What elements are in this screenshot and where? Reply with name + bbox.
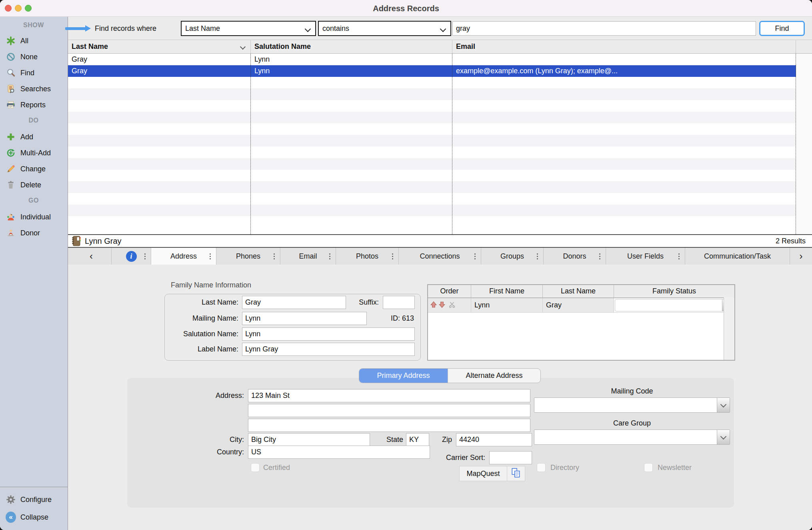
column-divider[interactable]	[250, 54, 251, 234]
salutation-name-field[interactable]: Lynn	[242, 327, 415, 341]
drag-dots-icon	[537, 256, 538, 257]
saved-search-icon	[6, 84, 16, 94]
tab-connections[interactable]: Connections	[399, 248, 481, 265]
sidebar-section-do: DO	[0, 117, 67, 124]
mapquest-button[interactable]: MapQuest	[460, 466, 507, 481]
sidebar-section-go: GO	[0, 197, 67, 204]
certified-checkbox[interactable]	[251, 463, 260, 472]
suffix-field[interactable]	[383, 296, 415, 309]
tabs-scroll-forward-button[interactable]: ›	[790, 248, 812, 265]
sidebar-item-donor[interactable]: Donor	[0, 227, 67, 239]
alternate-address-tab[interactable]: Alternate Address	[448, 369, 540, 383]
results-scrollbar-track[interactable]	[796, 54, 812, 234]
sidebar-item-label: Collapse	[20, 513, 48, 522]
record-name: Lynn Gray	[85, 237, 122, 246]
magnifier-icon	[6, 68, 16, 78]
address-line1-field[interactable]: 123 Main St	[248, 389, 530, 402]
sidebar-item-label: None	[20, 53, 38, 61]
sidebar-item-change[interactable]: Change	[0, 163, 67, 175]
column-header-last-name[interactable]: Last Name	[68, 40, 251, 54]
chevron-left-icon: ‹	[90, 251, 93, 262]
country-field[interactable]: US	[248, 446, 430, 459]
sidebar-item-individual[interactable]: Individual	[0, 211, 67, 223]
column-divider[interactable]	[452, 54, 452, 234]
sidebar-item-label: All	[20, 37, 28, 45]
table-row[interactable]: Gray Lynn	[68, 54, 796, 65]
address-line2-field[interactable]	[248, 404, 530, 417]
tab-groups[interactable]: Groups	[481, 248, 544, 265]
zip-field[interactable]: 44240	[456, 433, 532, 446]
sidebar-item-find[interactable]: Find	[0, 67, 67, 78]
chevron-down-icon	[305, 26, 311, 32]
label-name-field[interactable]: Lynn Gray	[242, 343, 415, 356]
tab-info[interactable]: i	[112, 248, 151, 265]
family-members-table: Order First Name Last Name Family Status…	[427, 284, 735, 361]
table-row-selected[interactable]: Gray Lynn example@example.com (Lynn Gray…	[68, 65, 796, 77]
cut-member-icon[interactable]	[448, 301, 456, 310]
directory-checkbox[interactable]	[537, 463, 546, 472]
tabs-scroll-back-button[interactable]: ‹	[71, 248, 112, 265]
sidebar-item-configure[interactable]: Configure	[0, 494, 67, 505]
collapse-chevrons-icon: «	[6, 512, 16, 522]
column-divider[interactable]	[796, 54, 796, 234]
operator-select[interactable]: contains	[318, 21, 451, 36]
tab-photos[interactable]: Photos	[336, 248, 399, 265]
tab-label: Email	[299, 252, 317, 261]
sidebar-item-multi-add[interactable]: Multi-Add	[0, 147, 67, 159]
column-header-email[interactable]: Email	[452, 40, 796, 54]
family-status-select[interactable]	[615, 299, 734, 311]
drag-dots-icon	[474, 256, 476, 257]
newsletter-checkbox[interactable]	[644, 463, 653, 472]
address-type-segmented-control: Primary Address Alternate Address	[359, 368, 541, 383]
tab-user-fields[interactable]: User Fields	[606, 248, 685, 265]
mailing-name-label: Mailing Name:	[118, 312, 238, 325]
copy-address-button[interactable]	[507, 466, 525, 481]
mailing-code-select[interactable]	[534, 398, 730, 413]
country-label: Country:	[124, 446, 244, 459]
tab-donors[interactable]: Donors	[544, 248, 606, 265]
member-first-name[interactable]: Lynn	[471, 298, 543, 313]
family-status-column-header: Family Status	[614, 285, 734, 297]
tab-communication-task[interactable]: Communication/Task	[685, 248, 790, 265]
sidebar-item-none[interactable]: None	[0, 51, 67, 62]
address-line3-field[interactable]	[248, 419, 530, 432]
search-query-input[interactable]: gray	[452, 21, 756, 36]
sidebar-item-all[interactable]: All	[0, 35, 67, 46]
sidebar-item-add[interactable]: Add	[0, 131, 67, 143]
tab-label: Phones	[236, 252, 260, 261]
label-name-label: Label Name:	[118, 343, 238, 356]
column-header-salutation[interactable]: Salutation Name	[251, 40, 452, 54]
field-select[interactable]: Last Name	[181, 21, 316, 36]
cell-email: example@example.com (Lynn Gray); example…	[452, 65, 796, 77]
empty-row	[68, 77, 796, 88]
chevron-down-icon	[717, 398, 730, 412]
sidebar-item-delete[interactable]: Delete	[0, 179, 67, 191]
member-row[interactable]: Lynn Gray	[428, 298, 734, 313]
sidebar-item-label: Add	[20, 133, 33, 141]
find-button[interactable]: Find	[759, 21, 805, 36]
carrier-sort-field[interactable]	[489, 451, 532, 464]
zip-label: Zip	[432, 433, 452, 446]
move-down-icon[interactable]	[438, 301, 446, 310]
tab-label: Groups	[500, 252, 524, 261]
newsletter-checkbox-label: Newsletter	[658, 463, 692, 472]
tab-email[interactable]: Email	[280, 248, 336, 265]
sidebar-item-collapse[interactable]: « Collapse	[0, 512, 67, 523]
member-last-name[interactable]: Gray	[543, 298, 614, 313]
empty-row	[68, 181, 796, 193]
last-name-label: Last Name:	[118, 296, 238, 309]
care-group-select[interactable]	[534, 430, 730, 445]
state-field[interactable]: KY	[406, 433, 429, 446]
tab-phones[interactable]: Phones	[216, 248, 280, 265]
circular-plus-icon	[6, 148, 16, 158]
move-up-icon[interactable]	[430, 301, 437, 310]
suffix-label: Suffix:	[324, 296, 379, 309]
empty-row	[68, 135, 796, 147]
sidebar-item-reports[interactable]: Reports	[0, 99, 67, 110]
members-scrollbar-track[interactable]	[724, 297, 734, 360]
primary-address-tab[interactable]: Primary Address	[359, 369, 448, 383]
tab-address[interactable]: Address	[151, 248, 216, 265]
sidebar-item-searches[interactable]: Searches	[0, 83, 67, 94]
city-field[interactable]: Big City	[248, 433, 370, 446]
sidebar-item-label: Multi-Add	[20, 149, 51, 157]
